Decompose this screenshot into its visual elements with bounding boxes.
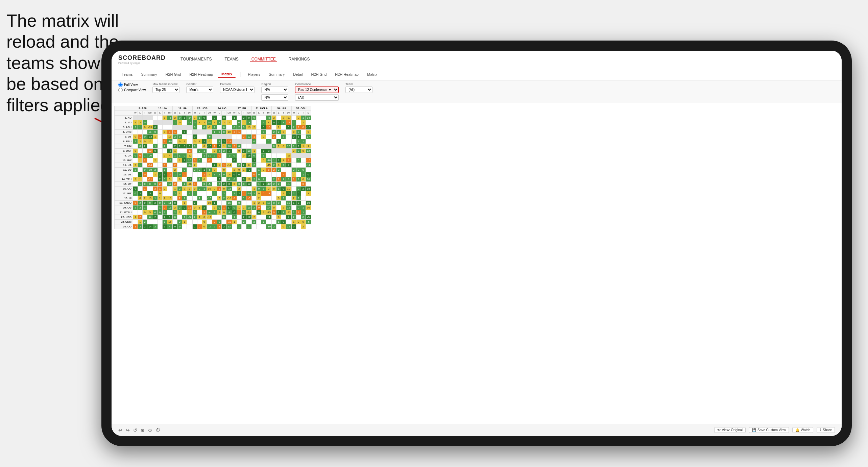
matrix-cell	[217, 201, 222, 205]
undo-icon[interactable]: ↩	[118, 427, 122, 433]
matrix-cell: 1	[261, 149, 266, 153]
nav-teams[interactable]: TEAMS	[223, 57, 240, 62]
matrix-cell	[271, 125, 276, 130]
matrix-cell: 1	[276, 220, 281, 224]
matrix-cell: 0	[237, 182, 241, 187]
matrix-cell	[241, 139, 246, 144]
tab-matrix-players[interactable]: Matrix	[364, 71, 381, 78]
matrix-cell: 2	[143, 196, 147, 201]
matrix-cell: 0	[222, 116, 226, 120]
nav-tournaments[interactable]: TOURNAMENTS	[179, 57, 213, 62]
matrix-cell	[296, 224, 301, 229]
matrix-cell	[232, 120, 237, 125]
matrix-cell: -18	[167, 139, 173, 144]
tab-h2h-heatmap-players[interactable]: H2H Heatmap	[332, 71, 362, 78]
matrix-cell	[133, 172, 138, 177]
region-select-2[interactable]: N/A	[261, 94, 288, 101]
matrix-cell: 2	[173, 163, 177, 168]
view-original-icon: 👁	[717, 428, 721, 432]
matrix-cell: -12	[266, 182, 272, 187]
matrix-cell	[187, 134, 193, 139]
matrix-cell: 1	[197, 120, 202, 125]
conference-select-2[interactable]: (All)	[295, 94, 339, 101]
col-uo: 24. UO	[212, 106, 232, 111]
matrix-cell: 0	[217, 220, 222, 224]
tab-summary-players[interactable]: Summary	[265, 71, 288, 78]
matrix-cell: 1	[301, 120, 306, 125]
matrix-cell	[138, 168, 143, 172]
tab-matrix[interactable]: Matrix	[218, 71, 236, 78]
matrix-cell	[306, 153, 311, 158]
matrix-cell	[306, 224, 311, 229]
settings-icon[interactable]: ⊙	[148, 427, 152, 433]
matrix-cell	[291, 182, 296, 187]
division-select[interactable]: NCAA Division I	[220, 87, 255, 93]
nav-rankings[interactable]: RANKINGS	[287, 57, 311, 62]
matrix-cell: 0	[192, 125, 197, 130]
matrix-cell	[271, 215, 276, 220]
matrix-cell: 2	[276, 168, 281, 172]
tab-h2h-grid-players[interactable]: H2H Grid	[308, 71, 330, 78]
matrix-cell	[241, 144, 246, 149]
matrix-cell: 2	[177, 220, 182, 224]
region-select[interactable]: N/A	[261, 87, 288, 93]
matrix-cell: 0	[202, 116, 207, 120]
matrix-cell	[226, 168, 232, 172]
save-custom-btn[interactable]: 💾 Save Custom View	[749, 427, 789, 433]
max-teams-select[interactable]: Top 25	[152, 87, 179, 93]
refresh-icon[interactable]: ↺	[133, 427, 137, 433]
matrix-cell: 0	[222, 172, 226, 177]
matrix-cell: 2	[153, 187, 158, 191]
gender-select[interactable]: Men's	[186, 87, 213, 93]
team-select[interactable]: (All)	[345, 87, 372, 93]
matrix-cell: 0	[212, 187, 217, 191]
matrix-cell: 2	[281, 205, 286, 210]
nav-committee[interactable]: COMMITTEE	[250, 57, 277, 62]
tab-h2h-grid[interactable]: H2H Grid	[162, 71, 184, 78]
tab-teams[interactable]: Teams	[118, 71, 136, 78]
matrix-cell	[192, 172, 197, 177]
redo-icon[interactable]: ↪	[126, 427, 130, 433]
matrix-area[interactable]: 3. ASU 10. UW 11. UA 22. UCB 24. UO	[112, 103, 842, 424]
share-btn[interactable]: ⤴ Share	[817, 427, 835, 433]
matrix-cell: -5	[226, 153, 232, 158]
matrix-cell: 2	[261, 210, 266, 215]
view-original-btn[interactable]: 👁 View: Original	[714, 427, 746, 433]
matrix-cell	[177, 149, 182, 153]
clock-icon[interactable]: ⏱	[155, 427, 160, 433]
matrix-cell	[187, 125, 193, 130]
matrix-cell	[252, 168, 257, 172]
matrix-cell	[301, 130, 306, 134]
tab-detail[interactable]: Detail	[290, 71, 306, 78]
matrix-cell: 0	[133, 149, 138, 153]
full-view-radio[interactable]	[118, 82, 123, 87]
matrix-cell	[182, 224, 187, 229]
watch-btn[interactable]: 🔔 Watch	[792, 427, 813, 433]
tab-summary-teams[interactable]: Summary	[138, 71, 160, 78]
tab-h2h-heatmap[interactable]: H2H Heatmap	[186, 71, 216, 78]
matrix-cell: 16	[167, 134, 173, 139]
zoom-icon[interactable]: ⊕	[141, 427, 145, 433]
matrix-cell	[202, 196, 207, 201]
matrix-cell	[257, 125, 261, 130]
matrix-cell: 18	[246, 153, 252, 158]
matrix-cell: 2	[252, 205, 257, 210]
matrix-cell: 16	[187, 158, 193, 163]
matrix-cell	[257, 120, 261, 125]
matrix-cell	[286, 134, 291, 139]
compact-view-option[interactable]: Compact View	[118, 88, 146, 92]
matrix-cell: 12	[167, 182, 173, 187]
matrix-cell	[281, 182, 286, 187]
matrix-cell	[202, 158, 207, 163]
matrix-cell	[197, 201, 202, 205]
full-view-option[interactable]: Full View	[118, 82, 146, 87]
conference-select[interactable]: Pac-12 Conference ▼	[295, 87, 339, 93]
matrix-cell	[153, 120, 158, 125]
matrix-cell: 2	[133, 139, 138, 144]
matrix-cell: 1	[202, 149, 207, 153]
row-team-label: 8. UAF	[115, 149, 133, 153]
table-row: 15. UF100021221-1610-52260001712-1222-10	[115, 182, 311, 187]
compact-view-radio[interactable]	[118, 88, 123, 92]
tab-players[interactable]: Players	[245, 71, 264, 78]
matrix-cell: 0	[291, 134, 296, 139]
